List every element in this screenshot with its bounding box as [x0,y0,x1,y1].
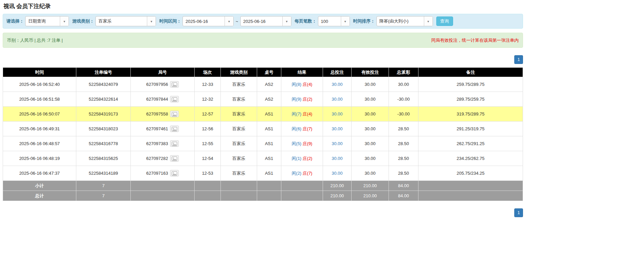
cell-payout: 28.50 [389,136,418,151]
page-title: 视讯 会员下注纪录 [3,0,523,14]
result-player: 闲(1) [292,156,301,161]
cell-time: 2025-06-16 06:48:19 [3,151,76,166]
cell-session: 12-56 [195,122,221,136]
round-number: 627097383 [146,141,168,146]
result-player: 闲(8) [292,82,301,87]
round-result-button[interactable] [170,170,179,176]
header-valid-bet: 有效投注 [352,68,389,77]
game-label: 游戏类别： [72,18,94,24]
result-image-icon [172,97,177,102]
cell-round: 627097383 [131,136,195,151]
header-time: 时间 [3,68,76,77]
cell-result: 闲(1) 庄(2) [281,151,323,166]
summary-currency-count: 币别：人民币 | 总共 :7 注单 | [7,37,63,43]
range-label: 时间区间： [159,18,181,24]
round-result-button[interactable] [170,96,179,102]
cell-round: 627097163 [131,166,195,181]
total-bet-link[interactable]: 30.00 [332,82,343,87]
table-row[interactable]: 2025-06-16 06:52:40 522584324079 6270979… [3,77,523,92]
cell-time: 2025-06-16 06:52:40 [3,77,76,92]
search-button[interactable]: 查询 [436,16,453,26]
result-banker: 庄(4) [303,111,312,116]
round-result-button[interactable] [170,81,179,88]
total-bet-link[interactable]: 30.00 [332,141,343,146]
date-type-select[interactable]: 日期查询 ▾ [25,16,69,26]
table-row[interactable]: 2025-06-16 06:51:58 522584322614 6270978… [3,92,523,107]
cell-bet-id: 522584322614 [76,92,131,107]
total-bet-link[interactable]: 30.00 [332,171,343,176]
chevron-down-icon[interactable]: ▾ [282,16,291,26]
table-row[interactable]: 2025-06-16 06:48:19 522584315625 6270972… [3,151,523,166]
cell-game: 百家乐 [221,77,257,92]
cell-result: 闲(6) 庄(7) [281,122,323,136]
range-separator: ~ [236,19,238,24]
cell-game: 百家乐 [221,107,257,122]
header-round: 局号 [131,68,195,77]
cell-round: 627097956 [131,77,195,92]
cell-game: 百家乐 [221,136,257,151]
round-result-button[interactable] [170,155,179,162]
result-player: 闲(2) [292,171,301,176]
filter-bar: 请选择： 日期查询 ▾ 游戏类别： 百家乐 ▾ 时间区间： 2025-06-16… [3,14,523,29]
chevron-down-icon[interactable]: ▾ [341,16,350,26]
pagination-top: 1 [3,55,523,64]
cell-total-bet: 30.00 [323,92,352,107]
cell-total-bet: 30.00 [323,166,352,181]
round-result-button[interactable] [170,126,179,132]
page-size-select[interactable]: 100 ▾ [318,16,350,26]
total-bet-link[interactable]: 30.00 [332,156,343,161]
cell-total-bet: 30.00 [323,136,352,151]
result-banker: 庄(4) [303,82,312,87]
time-sort-select[interactable]: 降幂(由大到小) ▾ [376,16,433,26]
table-header-row: 时间 注单编号 局号 场次 游戏类别 桌号 结果 总投注 有效投注 总派彩 备注 [3,68,523,77]
cell-note: 259.75/289.75 [418,77,523,92]
game-type-value: 百家乐 [96,16,147,26]
chevron-down-icon[interactable]: ▾ [147,16,156,26]
pagination-page-1[interactable]: 1 [514,55,523,64]
filter-group-range: 时间区间： 2025-06-16 ▾ ~ 2025-06-16 ▾ [159,16,291,26]
result-image-icon [172,82,177,87]
header-table: 桌号 [257,68,281,77]
cell-total-bet: 30.00 [323,77,352,92]
chevron-down-icon[interactable]: ▾ [424,16,433,26]
date-from-select[interactable]: 2025-06-16 ▾ [183,16,234,26]
cell-result: 闲(5) 庄(9) [281,136,323,151]
cell-valid-bet: 30.00 [352,136,389,151]
round-result-button[interactable] [170,111,179,117]
date-type-value: 日期查询 [26,16,60,26]
result-banker: 庄(9) [303,141,312,146]
subtotal-row: 小计 7 210.00 210.00 84.00 [3,181,523,191]
date-to-select[interactable]: 2025-06-16 ▾ [240,16,291,26]
cell-round: 627097282 [131,151,195,166]
pagination-page-1[interactable]: 1 [514,208,523,217]
round-number: 627097956 [146,82,168,87]
table-row[interactable]: 2025-06-16 06:48:57 522584316778 6270973… [3,136,523,151]
round-result-button[interactable] [170,140,179,147]
table-row[interactable]: 2025-06-16 06:47:37 522584314189 6270971… [3,166,523,181]
chevron-down-icon[interactable]: ▾ [60,16,69,26]
cell-total-bet: 30.00 [323,122,352,136]
page-size-value: 100 [318,16,341,26]
sort-value: 降幂(由大到小) [377,16,424,26]
result-player: 闲(7) [292,111,301,116]
result-banker: 庄(2) [303,156,312,161]
date-from-value: 2025-06-16 [183,16,225,26]
cell-bet-id: 522584315625 [76,151,131,166]
cell-note: 319.75/289.75 [418,107,523,122]
cell-table: AS1 [257,151,281,166]
total-bet-link[interactable]: 30.00 [332,126,343,131]
game-type-select[interactable]: 百家乐 ▾ [95,16,156,26]
table-row[interactable]: 2025-06-16 06:49:31 522584318023 6270974… [3,122,523,136]
table-row[interactable]: 2025-06-16 06:50:07 522584319173 6270975… [3,107,523,122]
total-bet-link[interactable]: 30.00 [332,111,343,116]
cell-table: AS1 [257,166,281,181]
cell-payout: 28.50 [389,151,418,166]
cell-session: 12-33 [195,77,221,92]
header-total-bet: 总投注 [323,68,352,77]
chevron-down-icon[interactable]: ▾ [225,16,233,26]
round-number: 627097844 [146,97,168,102]
cell-payout: -30.00 [389,107,418,122]
cell-bet-id: 522584319173 [76,107,131,122]
total-bet-link[interactable]: 30.00 [332,97,343,102]
cell-game: 百家乐 [221,166,257,181]
